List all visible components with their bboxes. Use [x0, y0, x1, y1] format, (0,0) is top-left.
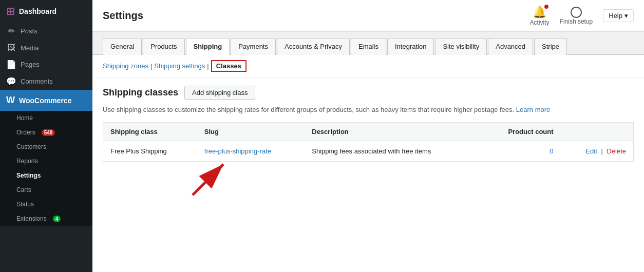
tab-products[interactable]: Products: [143, 38, 184, 55]
sidebar-submenu: Home Orders 548 Customers Reports Settin…: [0, 111, 92, 226]
shipping-classes-table: Shipping class Slug Description Product …: [103, 122, 634, 162]
col-product-count: Product count: [482, 122, 561, 141]
posts-label: Posts: [21, 27, 37, 35]
page-title: Settings: [103, 10, 143, 22]
topbar-right: 🔔 Activity Finish setup Help ▾: [530, 6, 634, 26]
sub-navigation: Shipping zones | Shipping settings | Cla…: [92, 55, 644, 77]
orders-label: Orders: [16, 129, 35, 136]
sidebar-item-carts[interactable]: Carts: [0, 183, 92, 197]
delete-link[interactable]: Delete: [607, 147, 626, 155]
col-actions: [561, 122, 634, 141]
dashboard-label: Dashboard: [19, 7, 56, 15]
tab-payments[interactable]: Payments: [231, 38, 276, 55]
reports-label: Reports: [16, 158, 38, 165]
section-title: Shipping classes: [103, 87, 178, 98]
sidebar-item-comments[interactable]: 💬 Comments: [0, 73, 92, 90]
finish-setup-icon: [571, 7, 582, 18]
action-sep: |: [601, 147, 604, 155]
tab-site-visibility[interactable]: Site visibility: [435, 38, 487, 55]
tab-stripe[interactable]: Stripe: [534, 38, 567, 55]
arrow-annotation: [92, 162, 644, 203]
learn-more-link[interactable]: Learn more: [516, 106, 550, 113]
sidebar-item-reports[interactable]: Reports: [0, 154, 92, 168]
status-label: Status: [16, 201, 34, 208]
media-icon: 🖼: [6, 43, 16, 52]
main-content: Settings 🔔 Activity Finish setup Help ▾: [92, 0, 644, 272]
carts-label: Carts: [16, 186, 31, 193]
edit-link[interactable]: Edit: [585, 147, 599, 155]
sidebar-item-customers[interactable]: Customers: [0, 140, 92, 154]
media-label: Media: [21, 44, 39, 52]
tab-shipping[interactable]: Shipping: [186, 38, 230, 55]
help-label: Help: [609, 12, 622, 20]
comments-label: Comments: [21, 77, 53, 85]
sidebar-item-home[interactable]: Home: [0, 111, 92, 125]
orders-badge: 548: [42, 129, 55, 136]
add-shipping-class-button[interactable]: Add shipping class: [184, 86, 255, 100]
activity-button[interactable]: 🔔 Activity: [530, 6, 550, 26]
cell-description: Shipping fees associated with free items: [305, 141, 481, 161]
col-shipping-class: Shipping class: [103, 122, 197, 141]
help-button[interactable]: Help ▾: [603, 9, 634, 22]
extensions-label: Extensions: [16, 215, 47, 222]
sep1: |: [150, 62, 152, 70]
woo-label: WooCommerce: [19, 96, 71, 105]
cell-actions: Edit | Delete: [561, 141, 634, 161]
settings-label: Settings: [16, 172, 41, 179]
sidebar-logo[interactable]: ⊞ Dashboard: [0, 0, 92, 23]
sidebar: ⊞ Dashboard ✏ Posts 🖼 Media 📄 Pages 💬 Co…: [0, 0, 92, 272]
extensions-badge: 4: [53, 216, 61, 222]
activity-icon: 🔔: [533, 6, 546, 19]
sep2: |: [207, 62, 209, 70]
content-area: General Products Shipping Payments Accou…: [92, 32, 644, 272]
cell-product-count: 0: [482, 141, 561, 161]
sidebar-item-posts[interactable]: ✏ Posts: [0, 23, 92, 40]
comments-icon: 💬: [6, 76, 16, 86]
notification-dot: [544, 5, 548, 9]
sidebar-item-pages[interactable]: 📄 Pages: [0, 56, 92, 73]
table-header-row: Shipping class Slug Description Product …: [103, 122, 634, 141]
col-description: Description: [305, 122, 481, 141]
pages-label: Pages: [21, 61, 40, 68]
tab-accounts-privacy[interactable]: Accounts & Privacy: [277, 38, 350, 55]
finish-setup-button[interactable]: Finish setup: [560, 7, 593, 25]
finish-setup-label: Finish setup: [560, 18, 593, 25]
subnav-classes[interactable]: Classes: [211, 60, 247, 72]
sidebar-woocommerce[interactable]: W WooCommerce: [0, 90, 92, 111]
help-chevron-icon: ▾: [624, 12, 628, 20]
topbar: Settings 🔔 Activity Finish setup Help ▾: [92, 0, 644, 32]
dashboard-icon: ⊞: [6, 5, 15, 17]
sidebar-item-extensions[interactable]: Extensions 4: [0, 211, 92, 226]
tab-emails[interactable]: Emails: [351, 38, 386, 55]
sidebar-item-status[interactable]: Status: [0, 197, 92, 211]
woo-icon: W: [6, 95, 15, 106]
tab-integration[interactable]: Integration: [387, 38, 434, 55]
tab-general[interactable]: General: [103, 38, 142, 55]
svg-line-1: [193, 164, 223, 195]
activity-label: Activity: [530, 19, 550, 26]
section-header: Shipping classes Add shipping class: [92, 77, 644, 105]
pages-icon: 📄: [6, 60, 16, 69]
red-arrow-icon: [177, 157, 239, 198]
home-label: Home: [16, 114, 33, 122]
customers-label: Customers: [16, 143, 46, 150]
section-description: Use shipping classes to customize the sh…: [92, 105, 644, 122]
subnav-shipping-settings[interactable]: Shipping settings: [154, 62, 205, 70]
sidebar-item-settings[interactable]: Settings: [0, 168, 92, 183]
subnav-shipping-zones[interactable]: Shipping zones: [103, 62, 148, 70]
posts-icon: ✏: [6, 26, 16, 36]
col-slug: Slug: [197, 122, 305, 141]
tab-advanced[interactable]: Advanced: [488, 38, 533, 55]
sidebar-item-orders[interactable]: Orders 548: [0, 125, 92, 140]
sidebar-item-media[interactable]: 🖼 Media: [0, 40, 92, 56]
settings-tabs: General Products Shipping Payments Accou…: [92, 32, 644, 55]
